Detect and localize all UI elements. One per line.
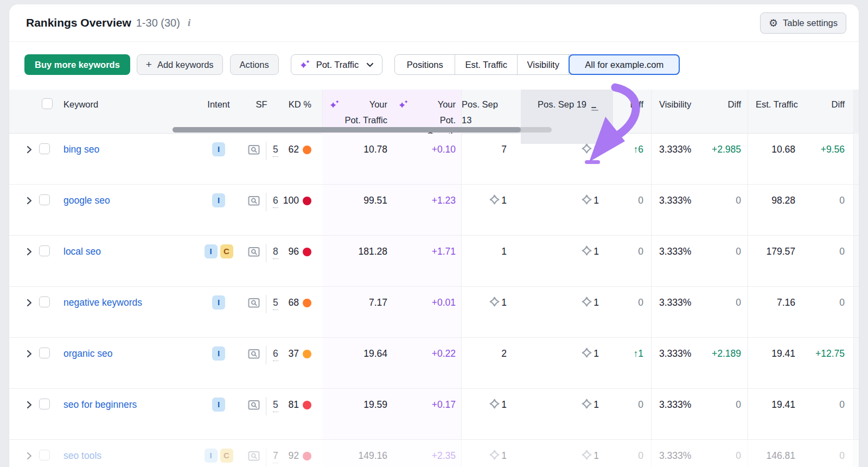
pot-growth-cell: +2.35 xyxy=(392,440,461,467)
horizontal-scrollbar-thumb[interactable] xyxy=(173,127,521,132)
pot-traffic-value: 7.17 xyxy=(369,295,387,310)
intent-badge-c[interactable]: C xyxy=(220,449,233,463)
segment-est-traffic[interactable]: Est. Traffic xyxy=(455,55,518,74)
intent-badge-i[interactable]: I xyxy=(205,244,218,258)
pos-diff-cell: 0 xyxy=(613,185,651,235)
row-edge-cell xyxy=(853,287,859,337)
intent-badge-i[interactable]: I xyxy=(212,295,225,310)
keyword-link[interactable]: bing seo xyxy=(63,142,99,157)
row-checkbox[interactable] xyxy=(39,143,50,154)
pos-diff-value: ↑6 xyxy=(634,142,643,157)
keyword-link[interactable]: seo for beginners xyxy=(63,397,137,412)
serp-features-count[interactable]: 5 xyxy=(273,296,278,310)
intent-badge-i[interactable]: I xyxy=(212,346,225,361)
serp-features-count[interactable]: 6 xyxy=(273,347,278,361)
est-traffic-value: 19.41 xyxy=(771,397,795,412)
chevron-right-icon[interactable] xyxy=(27,248,32,256)
intent-badge-c[interactable]: C xyxy=(220,244,233,258)
table-settings-label: Table settings xyxy=(783,18,838,28)
pot-traffic-value: 10.78 xyxy=(363,142,387,157)
page-magnifier-icon xyxy=(247,450,260,467)
serp-feature-diamond-icon xyxy=(489,450,500,460)
kd-difficulty-dot xyxy=(303,350,311,358)
position-value: 1 xyxy=(593,142,599,157)
page-magnifier-icon xyxy=(247,245,260,263)
info-icon[interactable]: i xyxy=(188,17,190,29)
row-checkbox[interactable] xyxy=(39,296,50,307)
pos-diff-value: ↑1 xyxy=(634,346,643,361)
table-header-row: Keyword Intent SF KD % YourPot. Traffic … xyxy=(9,90,859,134)
est-traffic-diff-cell: +9.56 xyxy=(800,134,853,184)
visibility-diff-cell: +2.189 xyxy=(698,338,748,388)
pos-diff-value: 0 xyxy=(638,448,643,463)
serp-feature-diamond-icon xyxy=(489,194,500,205)
est-traffic-cell: 146.81 xyxy=(748,440,800,467)
serp-features-cell: 5 xyxy=(243,287,280,337)
pos-prev-cell: 1 xyxy=(461,389,521,439)
serp-features-cell: 6 xyxy=(243,185,280,235)
pot-traffic-cell: 149.16 xyxy=(322,440,392,467)
row-checkbox[interactable] xyxy=(39,399,50,409)
metric-dropdown[interactable]: Pot. Traffic xyxy=(291,54,383,75)
table-row: local seoIC896181.28+1.711103.333%0179.5… xyxy=(9,236,859,287)
intent-badge-i[interactable]: I xyxy=(212,397,225,412)
serp-features-count[interactable]: 5 xyxy=(273,143,278,157)
add-keywords-button[interactable]: + Add keywords xyxy=(137,54,223,75)
keyword-link[interactable]: organic seo xyxy=(63,346,112,361)
row-checkbox[interactable] xyxy=(39,348,50,358)
intent-badge-i[interactable]: I xyxy=(205,449,218,463)
segment-all-for-domain[interactable]: All for example.com xyxy=(569,54,680,75)
serp-features-count[interactable]: 8 xyxy=(273,245,278,259)
pot-traffic-cell: 19.64 xyxy=(322,338,392,388)
serp-features-count[interactable]: 5 xyxy=(273,398,278,412)
serp-features-count[interactable]: 6 xyxy=(273,194,278,208)
buy-more-keywords-button[interactable]: Buy more keywords xyxy=(24,54,130,75)
chevron-right-icon[interactable] xyxy=(27,401,32,409)
kd-cell: 81 xyxy=(280,389,322,439)
chevron-right-icon[interactable] xyxy=(27,299,32,307)
row-select-cell xyxy=(9,338,63,388)
pot-growth-value: +1.23 xyxy=(432,193,456,208)
keyword-link[interactable]: negative keywords xyxy=(63,295,142,310)
visibility-value: 3.333% xyxy=(659,448,691,463)
chevron-right-icon[interactable] xyxy=(27,350,32,358)
sf-divider xyxy=(266,295,266,313)
serp-features-count[interactable]: 7 xyxy=(273,449,278,463)
est-traffic-value: 98.28 xyxy=(771,193,795,208)
pos-diff-cell: ↑1 xyxy=(613,338,651,388)
plus-icon: + xyxy=(146,59,152,70)
row-checkbox[interactable] xyxy=(39,245,50,256)
intent-cell: I xyxy=(194,185,243,235)
sf-divider xyxy=(266,448,266,466)
intent-badge-i[interactable]: I xyxy=(212,142,225,156)
table-row: negative keywordsI5687.17+0.011103.333%0… xyxy=(9,287,859,338)
row-checkbox[interactable] xyxy=(39,450,50,460)
row-edge-cell xyxy=(853,440,859,467)
chevron-right-icon[interactable] xyxy=(27,452,32,460)
horizontal-scrollbar-track[interactable] xyxy=(173,127,552,132)
chevron-right-icon[interactable] xyxy=(27,197,32,205)
kd-cell: 92 xyxy=(280,440,322,467)
row-checkbox[interactable] xyxy=(39,194,50,205)
kd-cell: 37 xyxy=(280,338,322,388)
intent-cell: IC xyxy=(194,440,243,467)
table-settings-button[interactable]: ⚙ Table settings xyxy=(760,12,846,34)
segment-positions[interactable]: Positions xyxy=(395,55,455,74)
select-all-checkbox[interactable] xyxy=(42,98,53,109)
intent-badge-i[interactable]: I xyxy=(212,193,225,207)
keyword-link[interactable]: seo tools xyxy=(63,448,101,463)
keyword-link[interactable]: local seo xyxy=(63,244,101,259)
keyword-link[interactable]: google seo xyxy=(63,193,110,208)
chevron-right-icon[interactable] xyxy=(27,146,32,154)
metric-dropdown-label: Pot. Traffic xyxy=(316,60,359,70)
est-traffic-cell: 7.16 xyxy=(748,287,800,337)
pos-diff-value: 0 xyxy=(638,295,643,310)
position-value: 1 xyxy=(593,193,599,208)
sort-bars-icon xyxy=(591,102,599,118)
intent-cell: I xyxy=(194,134,243,184)
segment-visibility[interactable]: Visibility xyxy=(518,55,569,74)
gear-icon: ⚙ xyxy=(769,18,778,28)
est-traffic-diff-value: 0 xyxy=(839,244,845,259)
serp-feature-diamond-icon xyxy=(582,245,592,256)
actions-button[interactable]: Actions xyxy=(230,54,279,75)
